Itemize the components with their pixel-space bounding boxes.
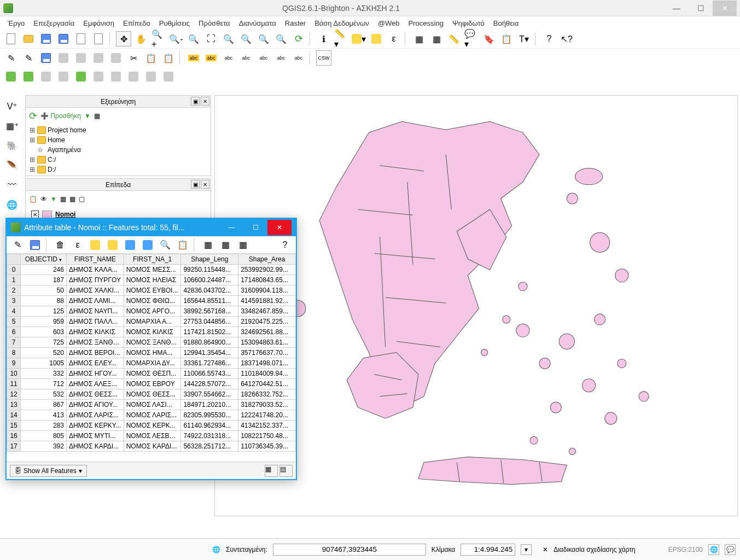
new-composer-button[interactable] [73,31,89,46]
cell-shapearea[interactable]: 110184009.94... [238,369,296,379]
cell-firstname[interactable]: ΔΗΜΟΣ ΞΑΝΘΗΣ [66,337,124,348]
cell-firstna1[interactable]: ΝΟΜΟΣ ΗΜΑ... [124,348,181,358]
row-index[interactable]: 7 [7,337,21,348]
row-index[interactable]: 16 [7,431,21,441]
row-index[interactable]: 9 [7,358,21,369]
cell-firstname[interactable]: ΔΗΜΟΣ ΝΑΥΠ... [66,306,124,317]
cell-shapeleng[interactable]: 144228.57072... [181,379,238,389]
label-rotate-button[interactable]: abc [273,50,289,66]
cell-shapeleng[interactable]: 165644.85511... [181,296,238,306]
toggle-edit-button[interactable]: ✎ [10,237,25,253]
window-maximize-button[interactable]: ☐ [689,1,713,16]
cell-firstname[interactable]: ΔΗΜΟΣ ΛΑΡΙΣ... [66,410,124,421]
layers-undock-button[interactable]: ▣ [191,180,200,189]
table-row[interactable]: 5 959 ΔΗΜΟΣ ΠΑΛΛ... ΝΟΜΑΡΧΙΑ Α... 27753.… [7,317,296,327]
cell-shapeleng[interactable]: 56328.251712... [181,441,238,452]
row-index[interactable]: 2 [7,285,21,296]
add-mssql-button[interactable]: 〰 [2,176,22,194]
cell-objectid[interactable]: 532 [21,389,67,400]
zoom-full-button[interactable]: ⛶ [203,31,219,46]
cell-objectid[interactable]: 603 [21,327,67,337]
cell-shapeleng[interactable]: 117421.81502... [181,327,238,337]
table-row[interactable]: 4 125 ΔΗΜΟΣ ΝΑΥΠ... ΝΟΜΟΣ ΑΡΓΟ... 38992.… [7,306,296,317]
row-index[interactable]: 0 [7,265,21,275]
label-hide-button[interactable]: abc [238,50,254,66]
cell-firstname[interactable]: ΔΗΜΟΣ ΗΓΟΥ... [66,369,124,379]
table-row[interactable]: 3 88 ΔΗΜΟΣ ΛΑΜΙ... ΝΟΜΟΣ ΦΘΙΩ... 165644.… [7,296,296,306]
zoom-selection-button[interactable]: 🔍 [221,31,236,46]
cell-shapearea[interactable]: 153094863.61... [238,337,296,348]
show-all-features-button[interactable]: 🗄 Show All Features ▾ [10,465,87,477]
dialog-help-button[interactable]: ? [277,237,293,253]
delete-column-button[interactable]: ▦ [218,237,233,253]
cell-shapeleng[interactable]: 74922.031318... [181,431,238,441]
row-index[interactable]: 14 [7,410,21,421]
cell-shapearea[interactable]: 324692561.88... [238,327,296,337]
row-index[interactable]: 15 [7,421,21,431]
layer-props-button[interactable] [143,69,159,84]
filter-icon[interactable]: ▼ [84,112,91,120]
menu-raster[interactable]: Raster [282,18,309,28]
copy-button[interactable]: 📋 [143,50,159,66]
table-row[interactable]: 12 532 ΔΗΜΟΣ ΘΕΣΣ... ΝΟΜΟΣ ΘΕΣΣ... 33907… [7,389,296,400]
menu-raster2[interactable]: Ψηφιδωτό [449,18,488,28]
cell-objectid[interactable]: 413 [21,410,67,421]
menu-vectors[interactable]: Διανύσματα [236,18,279,28]
tree-item-project-home[interactable]: ⊞Project home [27,125,209,135]
cell-shapearea[interactable]: 357176637.70... [238,348,296,358]
cell-firstna1[interactable]: ΝΟΜΑΡΧΙΑ Α... [124,317,181,327]
dialog-maximize-button[interactable]: ☐ [243,220,267,235]
tree-item-home[interactable]: ⊞Home [27,135,209,145]
cell-objectid[interactable]: 125 [21,306,67,317]
cell-objectid[interactable]: 805 [21,431,67,441]
zoom-next-button[interactable]: 🔍 [273,31,289,46]
cell-firstna1[interactable]: ΝΟΜΟΣ ΘΕΣΠ... [124,369,181,379]
cell-firstna1[interactable]: ΝΟΜΟΣ ΕΒΡΟΥ [124,379,181,389]
measure-line-button[interactable]: 📏 [446,31,462,46]
row-index[interactable]: 10 [7,369,21,379]
cell-shapearea[interactable]: 21920475.225... [238,317,296,327]
row-index[interactable]: 6 [7,327,21,337]
delete-selected-button[interactable] [108,50,124,66]
menu-processing[interactable]: Processing [405,18,447,28]
row-index[interactable]: 11 [7,379,21,389]
layers-close-button[interactable]: ✕ [201,180,209,189]
cell-firstname[interactable]: ΔΗΜΟΣ ΠΥΡΓΟΥ [66,275,124,285]
label-move-button[interactable]: abc [256,50,271,66]
table-row[interactable]: 16 805 ΔΗΜΟΣ ΜΥΤΙ... ΝΟΜΟΣ ΛΕΣΒΟΥ 74922.… [7,431,296,441]
select-by-expr-button[interactable]: ε [70,237,85,253]
menu-plugins[interactable]: Πρόσθετα [195,18,234,28]
cell-firstna1[interactable]: ΝΟΜΑΡΧΙΑ ΔΥ... [124,358,181,369]
deselect-button[interactable] [369,31,384,46]
dialog-minimize-button[interactable]: — [219,220,243,235]
copy-rows-button[interactable]: 📋 [175,237,190,253]
pan-selection-button[interactable]: ✋ [133,31,149,46]
add-spatialite-button[interactable]: 🪶 [2,156,22,174]
layer-visibility-checkbox[interactable]: ✕ [31,211,39,218]
cell-shapearea[interactable]: 108221750.48... [238,431,296,441]
window-minimize-button[interactable]: — [665,1,689,16]
col-firstna1[interactable]: FIRST_NA_1 [124,254,181,265]
save-project-button[interactable] [38,31,54,46]
menu-project[interactable]: Έργο [4,18,28,28]
cell-firstna1[interactable]: ΝΟΜΟΣ ΜΕΣΣ... [124,265,181,275]
select-rect-button[interactable]: ▾ [351,31,366,46]
cell-firstna1[interactable]: ΝΟΜΟΣ ΑΡΓΟ... [124,306,181,317]
globe-icon[interactable]: 🌐 [212,546,220,553]
table-row[interactable]: 0 246 ΔΗΜΟΣ ΚΑΛΑ... ΝΟΜΟΣ ΜΕΣΣ... 99250.… [7,265,296,275]
cell-shapeleng[interactable]: 129941.35454... [181,348,238,358]
crs-label[interactable]: EPSG:2100 [668,546,703,553]
cell-shapeleng[interactable]: 33361.727486... [181,358,238,369]
table-row[interactable]: 10 332 ΔΗΜΟΣ ΗΓΟΥ... ΝΟΜΟΣ ΘΕΣΠ... 11006… [7,369,296,379]
cell-firstna1[interactable]: ΝΟΜΟΣ ΞΑΝΘ... [124,337,181,348]
layers-visibility-icon[interactable]: 👁 [40,195,47,203]
cell-firstname[interactable]: ΔΗΜΟΣ ΕΛΕΥ... [66,358,124,369]
delete-selected-button[interactable]: 🗑 [53,237,68,253]
open-project-button[interactable] [21,31,36,46]
cell-shapeleng[interactable]: 82305.995530... [181,410,238,421]
table-row[interactable]: 9 1005 ΔΗΜΟΣ ΕΛΕΥ... ΝΟΜΑΡΧΙΑ ΔΥ... 3336… [7,358,296,369]
menu-help[interactable]: Βοήθεια [490,18,522,28]
toggle-edit-button[interactable]: ✎ [21,50,36,66]
cell-firstna1[interactable]: ΝΟΜΟΣ ΚΑΡΔΙ... [124,441,181,452]
cell-firstna1[interactable]: ΝΟΜΟΣ ΘΕΣΣ... [124,389,181,400]
